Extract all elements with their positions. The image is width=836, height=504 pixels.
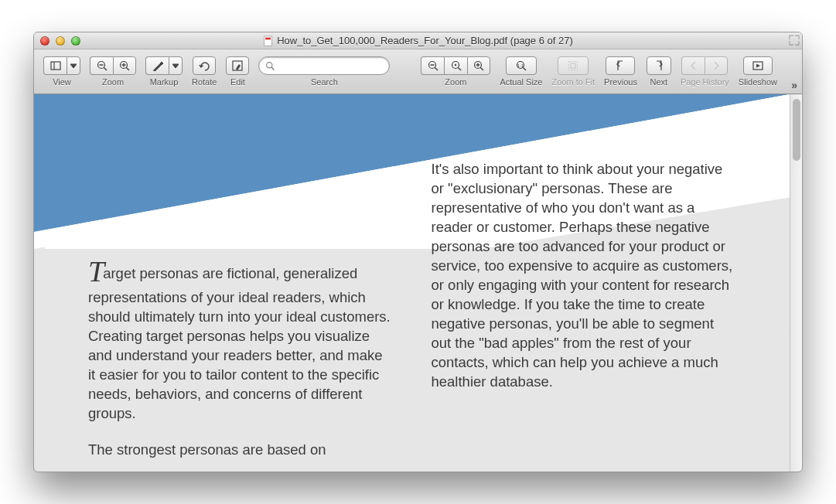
view-mode-button[interactable] — [43, 56, 67, 75]
zoom-label: Zoom — [102, 77, 124, 87]
previous-button[interactable] — [606, 56, 635, 75]
search-icon — [265, 61, 275, 71]
history-back-button[interactable] — [681, 56, 705, 75]
edit-label: Edit — [230, 77, 245, 87]
actual-size-button[interactable]: 1:1 — [506, 56, 537, 75]
slideshow-button[interactable] — [743, 56, 773, 75]
titlebar: How_to_Get_100,000_Readers_For_Your_Blog… — [34, 32, 802, 49]
svg-point-19 — [455, 64, 456, 66]
close-button[interactable] — [40, 36, 49, 46]
right-paragraph-1: It's also important to think about your … — [432, 160, 736, 392]
left-p1-text: arget personas are fictional, generalize… — [88, 265, 391, 421]
svg-rect-28 — [571, 63, 575, 68]
history-forward-button[interactable] — [705, 56, 728, 75]
zoom-cluster-label: Zoom — [445, 77, 466, 87]
zoom-reset-button[interactable] — [444, 56, 467, 75]
svg-rect-2 — [51, 62, 60, 70]
previous-label: Previous — [604, 77, 637, 87]
view-mode-dropdown[interactable] — [67, 56, 80, 75]
scrollbar-thumb[interactable] — [793, 99, 800, 161]
search-input[interactable] — [258, 56, 390, 75]
window: How_to_Get_100,000_Readers_For_Your_Blog… — [33, 32, 803, 472]
zoom-in-button-2[interactable] — [467, 56, 490, 75]
window-title: How_to_Get_100,000_Readers_For_Your_Blog… — [34, 35, 802, 46]
pdf-icon — [263, 36, 274, 46]
drop-cap: T — [88, 252, 104, 291]
minimize-button[interactable] — [56, 36, 65, 46]
zoom-out-button-2[interactable] — [421, 56, 444, 75]
right-column: It's also important to think about your … — [432, 160, 736, 472]
view-label: View — [53, 77, 71, 87]
svg-line-25 — [523, 67, 526, 70]
zoom-in-button[interactable] — [113, 56, 136, 75]
left-column: Target personas are fictional, generaliz… — [88, 160, 393, 472]
markup-label: Markup — [150, 77, 179, 87]
svg-line-8 — [126, 67, 129, 70]
zoom-out-button[interactable] — [90, 56, 113, 75]
svg-rect-0 — [264, 36, 272, 45]
left-paragraph-2: The strongest personas are based on — [88, 441, 393, 460]
svg-point-12 — [267, 62, 272, 67]
toolbar-overflow-icon[interactable]: » — [791, 79, 797, 91]
next-button[interactable] — [647, 56, 671, 75]
svg-line-21 — [481, 67, 484, 70]
markup-dropdown[interactable] — [169, 56, 183, 75]
svg-text:1:1: 1:1 — [517, 63, 524, 68]
rotate-button[interactable] — [193, 56, 216, 75]
edit-button[interactable] — [226, 56, 249, 75]
page-history-label: Page History — [681, 77, 729, 87]
svg-line-13 — [272, 67, 275, 70]
svg-rect-1 — [265, 37, 271, 39]
next-label: Next — [650, 77, 668, 87]
vertical-scrollbar[interactable] — [790, 94, 802, 472]
window-title-text: How_to_Get_100,000_Readers_For_Your_Blog… — [277, 35, 573, 46]
zoom-to-fit-button[interactable] — [558, 56, 589, 75]
left-paragraph-1: Target personas are fictional, generaliz… — [88, 249, 393, 424]
zoom-to-fit-label: Zoom to Fit — [551, 77, 595, 87]
rotate-label: Rotate — [192, 77, 217, 87]
fullscreen-icon[interactable] — [789, 35, 800, 46]
svg-line-18 — [458, 67, 461, 70]
pdf-page[interactable]: Target personas are fictional, generaliz… — [34, 94, 790, 472]
slideshow-label: Slideshow — [739, 77, 777, 87]
svg-line-15 — [435, 67, 438, 70]
svg-rect-27 — [569, 62, 578, 70]
search-label: Search — [311, 77, 338, 87]
svg-line-5 — [104, 67, 107, 70]
zoom-button[interactable] — [71, 36, 80, 46]
markup-button[interactable] — [145, 56, 169, 75]
toolbar: View Zoom Markup Rotate — [34, 49, 802, 94]
content-area: Target personas are fictional, generaliz… — [34, 94, 802, 472]
actual-size-label: Actual Size — [500, 77, 542, 87]
